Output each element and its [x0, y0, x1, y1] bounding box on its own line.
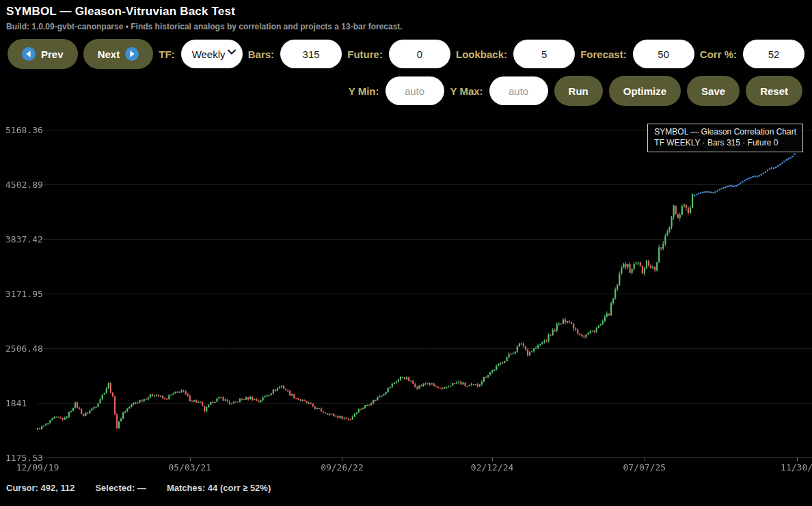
- corr-group: Corr %:: [700, 40, 804, 68]
- ymin-input[interactable]: [385, 76, 444, 105]
- optimize-button[interactable]: Optimize: [609, 76, 681, 106]
- prev-arrow-icon: [22, 47, 36, 61]
- chart-legend-tooltip: SYMBOL — Gleason Correlation Chart TF WE…: [647, 124, 803, 152]
- build-subtitle: Build: 1.0.09-gvbt-canonparse • Finds hi…: [6, 22, 805, 31]
- tf-label: TF:: [159, 48, 174, 60]
- controls-row-1: Prev Next TF: Weekly Bars: Future: Lookb…: [0, 39, 812, 69]
- backtest-chart-canvas[interactable]: [0, 114, 812, 481]
- prev-button[interactable]: Prev: [8, 39, 78, 69]
- matches-readout: Matches: 44 (corr ≥ 52%): [167, 483, 271, 493]
- next-button[interactable]: Next: [83, 39, 154, 69]
- ymax-input[interactable]: [489, 76, 548, 105]
- future-input[interactable]: [389, 40, 450, 68]
- status-bar: Cursor: 492, 112 Selected: — Matches: 44…: [0, 483, 812, 493]
- ymax-group: Y Max:: [450, 76, 548, 105]
- save-button[interactable]: Save: [687, 76, 740, 106]
- corr-label: Corr %:: [700, 48, 737, 60]
- legend-line-2: TF WEEKLY · Bars 315 · Future 0: [654, 137, 796, 148]
- cursor-readout: Cursor: 492, 112: [6, 483, 75, 493]
- controls-row-2: Y Min: Y Max: Run Optimize Save Reset: [0, 76, 812, 106]
- ymin-label: Y Min:: [349, 85, 379, 97]
- future-label: Future:: [347, 48, 383, 60]
- next-button-label: Next: [98, 48, 120, 60]
- corr-input[interactable]: [743, 40, 804, 68]
- lookback-label: Lookback:: [456, 48, 507, 60]
- page-title: SYMBOL — Gleason-Vitruvian Back Test: [6, 5, 805, 18]
- ymin-group: Y Min:: [349, 76, 444, 105]
- run-button[interactable]: Run: [554, 76, 603, 106]
- chart-area: SYMBOL — Gleason Correlation Chart TF WE…: [0, 114, 812, 481]
- app-header: SYMBOL — Gleason-Vitruvian Back Test Bui…: [0, 0, 812, 31]
- tf-group: TF: Weekly: [159, 40, 242, 68]
- lookback-group: Lookback:: [456, 40, 575, 68]
- lookback-input[interactable]: [513, 40, 575, 68]
- future-group: Future:: [347, 40, 450, 68]
- timeframe-select[interactable]: Weekly: [181, 40, 243, 68]
- bars-group: Bars:: [248, 40, 342, 68]
- bars-label: Bars:: [248, 48, 274, 60]
- forecast-label: Forecast:: [580, 48, 627, 60]
- forecast-input[interactable]: [633, 40, 694, 68]
- selected-readout: Selected: —: [95, 483, 146, 493]
- forecast-group: Forecast:: [580, 40, 694, 68]
- bars-input[interactable]: [280, 40, 342, 68]
- next-arrow-icon: [125, 47, 139, 61]
- reset-button[interactable]: Reset: [746, 76, 802, 106]
- prev-button-label: Prev: [41, 48, 64, 60]
- ymax-label: Y Max:: [450, 85, 483, 97]
- legend-line-1: SYMBOL — Gleason Correlation Chart: [654, 126, 796, 137]
